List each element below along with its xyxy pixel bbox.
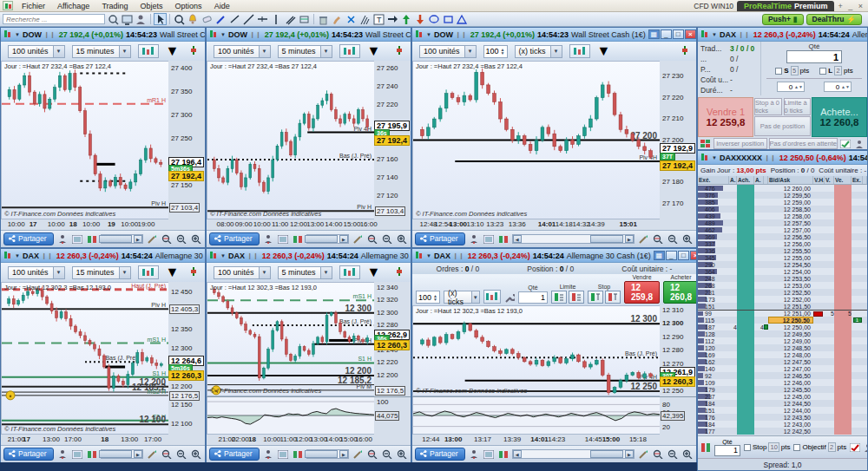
dom-row[interactable]: 15112 244,00 xyxy=(698,407,867,414)
dom-row[interactable]: 33712 256,00 xyxy=(698,240,867,247)
price-cell[interactable]: 12 243,50 xyxy=(768,414,813,421)
buy-column-cell[interactable] xyxy=(737,407,754,414)
pause-icon[interactable]: ❙❙ xyxy=(247,252,260,259)
dom-row[interactable]: 17612 243,50 xyxy=(698,414,867,421)
buy-column-cell[interactable] xyxy=(737,226,754,233)
price-cell[interactable]: 12 242,50 xyxy=(768,428,813,435)
price-cell[interactable]: 12 257,00 xyxy=(768,226,813,233)
chart-style-button[interactable] xyxy=(138,265,159,279)
draw-icon[interactable] xyxy=(146,448,158,460)
dom-header-ex[interactable]: Ex. xyxy=(852,176,863,184)
sell-column-cell[interactable] xyxy=(834,226,852,233)
dom-row[interactable]: 33612 255,50 xyxy=(698,247,867,254)
price-cell[interactable]: 12 245,50 xyxy=(768,386,813,393)
sell-column-cell[interactable] xyxy=(834,296,852,303)
dom-row[interactable]: 10912 246,00 xyxy=(698,379,867,386)
dom-row[interactable]: 46212 257,00 xyxy=(698,226,867,233)
scrollbar-thumb[interactable] xyxy=(305,235,338,243)
price-cell[interactable]: 12 247,50 xyxy=(768,358,813,365)
buy-button[interactable]: Achete... 12 260,8 xyxy=(812,97,867,137)
compare-icon[interactable] xyxy=(86,233,98,245)
scroll-left-arrow[interactable]: ◀ xyxy=(513,235,522,243)
horizontal-scrollbar[interactable]: ◀▶ xyxy=(512,234,635,244)
close-button[interactable]: × xyxy=(690,251,696,260)
share-button[interactable]: Partager xyxy=(415,232,465,245)
dom-row[interactable]: 11212 249,00 xyxy=(698,337,867,344)
ladder-center-icon[interactable] xyxy=(700,442,711,453)
zoom-select-icon[interactable] xyxy=(161,233,173,245)
timeframe-dropdown[interactable]: 5 minutes▼ xyxy=(278,266,332,279)
timeframe-dropdown[interactable]: 15 minutes▼ xyxy=(72,45,131,58)
dom-row[interactable]: 18412 243,00 xyxy=(698,421,867,428)
horizontal-scrollbar[interactable]: ◀▶ xyxy=(306,234,349,244)
sell-column-cell[interactable] xyxy=(834,247,852,254)
buy-column-cell[interactable] xyxy=(737,351,754,358)
dom-row[interactable]: 36912 256,50 xyxy=(698,233,867,240)
dom-row[interactable]: 1874412 250,00 xyxy=(698,324,867,330)
account-icon[interactable] xyxy=(262,233,274,245)
window-controls[interactable]: + _ × xyxy=(838,2,865,10)
tick-unit-dropdown[interactable]: (x) ticks▼ xyxy=(515,45,562,58)
price-cell[interactable]: 12 243,00 xyxy=(768,421,813,428)
detach-button[interactable]: ▦ xyxy=(648,29,660,39)
price-cell[interactable]: 12 248,00 xyxy=(768,351,813,358)
share-button[interactable]: Partager xyxy=(3,232,54,245)
price-cell[interactable]: 12 250,50 xyxy=(768,317,813,324)
zoom-icon[interactable] xyxy=(173,13,186,25)
stop-order-button[interactable]: Stop à 0 ticks xyxy=(754,98,782,115)
dom-row[interactable]: 11512 250,501 xyxy=(698,317,867,324)
buy-market-button[interactable]: 12 260,8 xyxy=(663,281,697,304)
price-cell[interactable]: 12 249,50 xyxy=(768,330,813,337)
scrollbar-thumb[interactable] xyxy=(305,450,338,458)
sell-column-cell[interactable] xyxy=(834,324,852,330)
price-cell[interactable]: 12 256,50 xyxy=(768,233,813,240)
buy-column-cell[interactable] xyxy=(737,337,754,344)
maximize-button[interactable]: □ xyxy=(673,29,684,39)
price-cell[interactable]: 12 244,50 xyxy=(768,400,813,407)
horizontal-scrollbar[interactable]: ◀▶ xyxy=(101,449,143,459)
arrow-down-icon[interactable] xyxy=(414,13,427,25)
zoom-select-icon[interactable] xyxy=(366,448,378,460)
dom-header-ve[interactable]: Ve. xyxy=(834,176,852,184)
price-cell[interactable]: 12 246,50 xyxy=(768,372,813,379)
order-window-titlebar[interactable]: ▼ DAX ❙❙ 12 260,3 (-0,24%) 14:54:24 Alle… xyxy=(698,28,867,42)
price-cell[interactable]: 12 252,50 xyxy=(768,289,813,296)
chevron-down-icon[interactable]: ▼ xyxy=(426,253,431,258)
price-cell[interactable]: 12 259,00 xyxy=(768,199,813,206)
dom-header-x[interactable] xyxy=(863,176,867,184)
tick-count-spinner[interactable]: 100▲▼ xyxy=(483,45,508,58)
fork-icon[interactable] xyxy=(284,13,297,25)
screenshot-icon[interactable] xyxy=(277,233,289,245)
chart-style-button[interactable] xyxy=(569,44,590,58)
zoom-out-icon[interactable] xyxy=(175,448,187,460)
chevron-down-icon[interactable]: ▼ xyxy=(712,155,717,160)
sell-column-cell[interactable] xyxy=(834,317,852,324)
zoom-out-icon[interactable] xyxy=(667,448,679,460)
price-cell[interactable]: 12 251,00 xyxy=(768,311,813,317)
zoom-in-icon[interactable] xyxy=(396,448,408,460)
share-button[interactable]: Partager xyxy=(209,232,260,245)
units-dropdown[interactable]: 100 unités▼ xyxy=(8,45,65,58)
draw-icon[interactable] xyxy=(637,448,649,460)
sell-column-cell[interactable] xyxy=(834,282,852,289)
price-cell[interactable]: 12 244,00 xyxy=(768,407,813,414)
chart-window-titlebar[interactable]: ▼DOW❙❙27 192,4 (+0,01%)14:54:23Wall Stre… xyxy=(207,28,411,42)
chart-plot[interactable]: mS1 H12 300Bas (J. Pré)Piv 4HS1 H12 2001… xyxy=(207,282,374,396)
chevron-down-icon[interactable]: ▼ xyxy=(367,265,381,280)
buy-column-cell[interactable] xyxy=(737,268,754,275)
channel-icon[interactable] xyxy=(298,13,311,25)
sell-column-cell[interactable] xyxy=(834,199,852,206)
scroll-right-arrow[interactable]: ▶ xyxy=(134,235,142,243)
horizontal-scrollbar[interactable]: ◀▶ xyxy=(512,449,635,459)
buy-column-cell[interactable] xyxy=(737,414,754,421)
menu-item-objets[interactable]: Objets xyxy=(135,0,169,12)
line-icon[interactable] xyxy=(242,13,255,25)
buy-column-cell[interactable] xyxy=(737,400,754,407)
buy-column-cell[interactable] xyxy=(737,386,754,393)
maximize-button[interactable]: □ xyxy=(678,251,689,260)
zoom-in-icon[interactable] xyxy=(681,448,694,460)
sell-column-cell[interactable] xyxy=(834,337,852,344)
dealthru-button[interactable]: DealThru⚡ xyxy=(806,14,862,25)
buy-column-cell[interactable] xyxy=(737,358,754,365)
chart-check-icon[interactable] xyxy=(839,138,852,149)
